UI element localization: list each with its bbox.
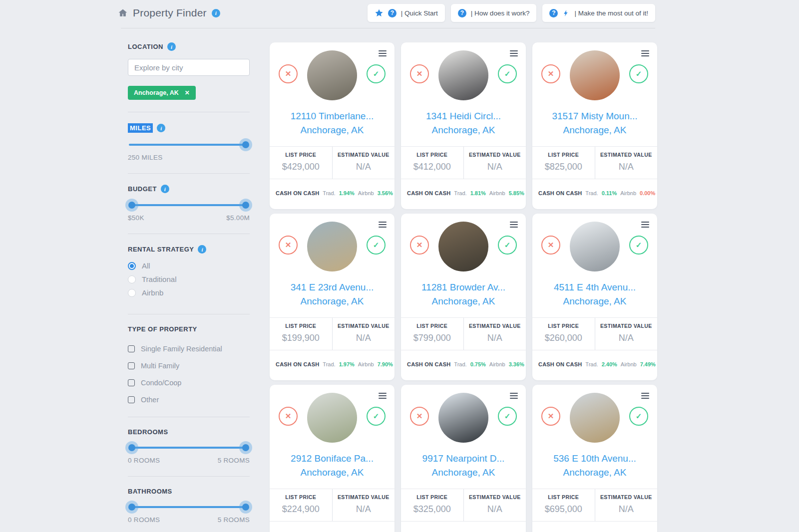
property-photo[interactable] (307, 50, 357, 100)
rental-strategy-option[interactable]: Traditional (128, 275, 250, 283)
reject-property-button[interactable]: ✕ (410, 64, 429, 83)
reject-property-button[interactable]: ✕ (279, 407, 298, 426)
accept-property-button[interactable]: ✓ (367, 64, 386, 83)
content: LOCATION i Anchorage, AK ✕ MILES i 250 M… (128, 28, 799, 532)
accept-property-button[interactable]: ✓ (498, 407, 517, 426)
property-address-link[interactable]: 341 E 23rd Avenu... (270, 280, 395, 294)
reject-property-button[interactable]: ✕ (410, 236, 429, 255)
property-city-link[interactable]: Anchorage, AK (270, 123, 395, 137)
property-photo[interactable] (438, 222, 488, 271)
accept-property-button[interactable]: ✓ (367, 236, 386, 255)
property-city-link[interactable]: Anchorage, AK (532, 123, 657, 137)
info-icon[interactable]: i (212, 9, 220, 17)
header-action-label: | How does it work? (471, 9, 530, 17)
remove-tag-icon[interactable]: ✕ (185, 89, 190, 96)
reject-property-button[interactable]: ✕ (541, 407, 560, 426)
property-photo[interactable] (438, 393, 488, 443)
reject-property-button[interactable]: ✕ (279, 64, 298, 83)
property-type-option[interactable]: Condo/Coop (128, 379, 250, 387)
accept-property-button[interactable]: ✓ (498, 236, 517, 255)
checkbox-control[interactable] (128, 379, 135, 386)
list-price-value: $199,900 (270, 333, 332, 343)
property-photo[interactable] (570, 222, 620, 271)
property-city-link[interactable]: Anchorage, AK (270, 294, 395, 308)
accept-property-button[interactable]: ✓ (629, 236, 648, 255)
property-city-link[interactable]: Anchorage, AK (532, 466, 657, 480)
reject-property-button[interactable]: ✕ (541, 64, 560, 83)
property-address-link[interactable]: 11281 Browder Av... (401, 280, 526, 294)
location-info-icon[interactable]: i (167, 42, 176, 51)
property-card: ✕ ✓ 9917 Nearpoint D... Anchorage, AK LI… (401, 385, 526, 532)
list-price-value: $825,000 (532, 162, 595, 172)
property-city-link[interactable]: Anchorage, AK (401, 466, 526, 480)
property-photo[interactable] (307, 222, 357, 271)
property-address-link[interactable]: 9917 Nearpoint D... (401, 452, 526, 466)
rental-strategy-option[interactable]: All (128, 262, 250, 270)
property-type-option[interactable]: Multi Family (128, 362, 250, 370)
bathrooms-slider-handle-max[interactable] (242, 504, 249, 511)
property-address-link[interactable]: 2912 Boniface Pa... (270, 452, 395, 466)
bathrooms-slider[interactable] (129, 503, 249, 511)
budget-slider[interactable] (129, 201, 249, 209)
header-action-button[interactable]: ? | Quick Start (368, 4, 445, 22)
budget-slider-handle-min[interactable] (128, 202, 135, 209)
list-price-value: $260,000 (532, 333, 595, 343)
miles-info-icon[interactable]: i (157, 124, 165, 132)
airbnb-value: 3.36% (509, 361, 524, 367)
property-photo[interactable] (570, 50, 620, 100)
estimated-value-value: N/A (333, 162, 395, 172)
accept-property-button[interactable]: ✓ (367, 407, 386, 426)
bedrooms-slider-track (129, 447, 249, 449)
reject-property-button[interactable]: ✕ (541, 236, 560, 255)
checkbox-control[interactable] (128, 345, 135, 352)
property-address-link[interactable]: 4511 E 4th Avenu... (532, 280, 657, 294)
rental-strategy-option[interactable]: Airbnb (128, 288, 250, 297)
estimated-value-label: ESTIMATED VALUE (595, 494, 658, 500)
rental-strategy-info-icon[interactable]: i (198, 245, 206, 254)
accept-property-button[interactable]: ✓ (498, 64, 517, 83)
accept-property-button[interactable]: ✓ (629, 64, 648, 83)
property-address-link[interactable]: 31517 Misty Moun... (532, 109, 657, 123)
budget-info-icon[interactable]: i (161, 185, 169, 193)
property-photo[interactable] (307, 393, 357, 443)
cash-on-cash-row: CASH ON CASH Trad. Airbnb (270, 522, 395, 532)
list-price-value: $224,900 (270, 504, 332, 515)
property-city-link[interactable]: Anchorage, AK (532, 294, 657, 308)
bedrooms-min: 0 ROOMS (128, 457, 160, 464)
radio-control[interactable] (128, 289, 136, 297)
checkbox-control[interactable] (128, 362, 135, 369)
property-address-link[interactable]: 536 E 10th Avenu... (532, 452, 657, 466)
checkbox-control[interactable] (128, 396, 135, 403)
trad-value: 1.94% (339, 190, 355, 196)
location-tag[interactable]: Anchorage, AK ✕ (128, 86, 196, 100)
header-action-button[interactable]: ? | Make the most out of it! (542, 4, 655, 22)
property-type-option[interactable]: Single Family Residential (128, 345, 250, 353)
radio-control[interactable] (128, 275, 136, 283)
bedrooms-slider-handle-max[interactable] (242, 444, 249, 451)
property-address-link[interactable]: 1341 Heidi Circl... (401, 109, 526, 123)
bathrooms-slider-handle-min[interactable] (128, 504, 135, 511)
miles-slider-handle[interactable] (242, 141, 249, 148)
radio-control[interactable] (128, 262, 136, 270)
property-photo[interactable] (438, 50, 488, 100)
list-price-label: LIST PRICE (270, 494, 332, 500)
bedrooms-slider-handle-min[interactable] (128, 444, 135, 451)
city-search-input[interactable] (128, 59, 250, 76)
checkbox-label: Multi Family (141, 362, 179, 370)
property-type-option[interactable]: Other (128, 396, 250, 404)
airbnb-label: Airbnb (621, 361, 637, 367)
property-city-link[interactable]: Anchorage, AK (401, 123, 526, 137)
property-address-link[interactable]: 12110 Timberlane... (270, 109, 395, 123)
reject-property-button[interactable]: ✕ (279, 236, 298, 255)
property-photo[interactable] (570, 393, 620, 443)
accept-property-button[interactable]: ✓ (629, 407, 648, 426)
miles-slider[interactable] (129, 141, 249, 149)
price-stats: LIST PRICE $260,000 ESTIMATED VALUE N/A (532, 317, 657, 350)
budget-slider-handle-max[interactable] (242, 202, 249, 209)
property-city-link[interactable]: Anchorage, AK (401, 294, 526, 308)
radio-label: All (142, 262, 150, 270)
header-action-button[interactable]: ? | How does it work? (451, 4, 537, 22)
property-city-link[interactable]: Anchorage, AK (270, 466, 395, 480)
reject-property-button[interactable]: ✕ (410, 407, 429, 426)
bedrooms-slider[interactable] (129, 444, 249, 452)
